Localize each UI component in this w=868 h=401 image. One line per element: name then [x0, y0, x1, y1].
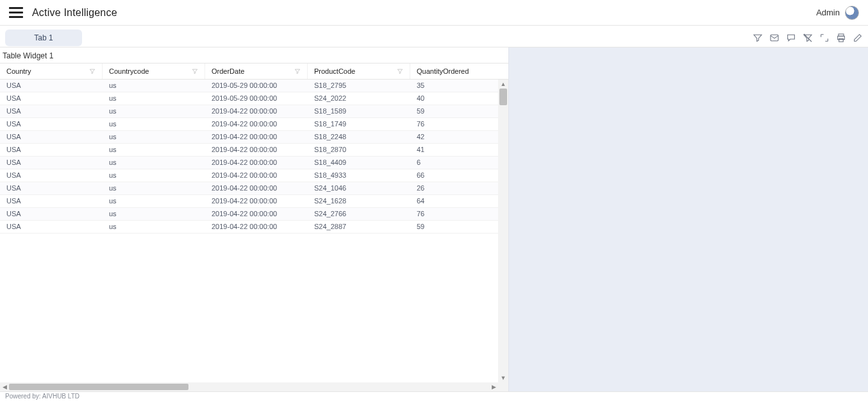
- clear-filter-icon[interactable]: [803, 33, 813, 43]
- table-row[interactable]: USAus2019-05-29 00:00:00S24_202240: [0, 92, 498, 105]
- column-label: QuantityOrdered: [417, 67, 469, 75]
- cell-qty: 40: [410, 92, 487, 105]
- cell-date: 2019-04-22 00:00:00: [205, 131, 308, 143]
- cell-product: S24_2766: [308, 208, 410, 220]
- cell-qty: 66: [410, 169, 487, 182]
- table-row[interactable]: USAus2019-04-22 00:00:00S18_158959: [0, 105, 498, 118]
- column-filter-icon[interactable]: [397, 68, 403, 74]
- scroll-thumb-vertical[interactable]: [499, 89, 507, 105]
- table-row[interactable]: USAus2019-04-22 00:00:00S18_174976: [0, 118, 498, 131]
- cell-date: 2019-04-22 00:00:00: [205, 118, 308, 130]
- column-header-country[interactable]: Country: [0, 64, 103, 79]
- chat-icon[interactable]: [786, 33, 796, 43]
- data-grid: Country Countrycode OrderDate ProductCod…: [0, 63, 508, 391]
- filter-icon[interactable]: [753, 33, 763, 43]
- cell-product: S18_4933: [308, 169, 410, 182]
- cell-date: 2019-04-22 00:00:00: [205, 157, 308, 169]
- cell-country: USA: [0, 195, 103, 207]
- scroll-thumb-horizontal[interactable]: [9, 384, 188, 390]
- mail-icon[interactable]: [769, 33, 780, 43]
- cell-qty: 76: [410, 208, 487, 220]
- cell-country: USA: [0, 157, 103, 169]
- grid-header-row: Country Countrycode OrderDate ProductCod…: [0, 63, 508, 80]
- column-header-countrycode[interactable]: Countrycode: [103, 64, 205, 79]
- cell-product: S18_1749: [308, 118, 410, 130]
- cell-code: us: [103, 80, 205, 92]
- edit-icon[interactable]: [853, 33, 863, 43]
- cell-qty: 26: [410, 182, 487, 194]
- horizontal-scrollbar[interactable]: ◀ ▶: [0, 382, 498, 391]
- cell-product: S24_2887: [308, 221, 410, 233]
- cell-code: us: [103, 182, 205, 194]
- current-user-label[interactable]: Admin: [816, 8, 840, 17]
- grid-body: USAus2019-05-29 00:00:00S18_279535USAus2…: [0, 80, 508, 382]
- vertical-scrollbar[interactable]: ▲ ▼: [498, 80, 508, 382]
- left-panel: Table Widget 1 Country Countrycode Order…: [0, 47, 509, 391]
- cell-country: USA: [0, 105, 103, 117]
- app-header: Active Intelligence Admin: [0, 0, 868, 26]
- right-panel: [509, 47, 868, 391]
- cell-date: 2019-04-22 00:00:00: [205, 105, 308, 117]
- column-header-quantityordered[interactable]: QuantityOrdered: [410, 64, 487, 79]
- cell-product: S18_2248: [308, 131, 410, 143]
- cell-product: S18_1589: [308, 105, 410, 117]
- cell-qty: 35: [410, 80, 487, 92]
- column-header-orderdate[interactable]: OrderDate: [205, 64, 308, 79]
- scroll-right-icon[interactable]: ▶: [489, 382, 498, 391]
- cell-date: 2019-05-29 00:00:00: [205, 92, 308, 105]
- column-label: Country: [6, 67, 31, 75]
- cell-product: S18_4409: [308, 157, 410, 169]
- workspace: Tab 1 Table Widget 1 Country Coun: [0, 26, 868, 391]
- column-label: Countrycode: [109, 67, 149, 75]
- dashboard-toolbar: [753, 33, 863, 43]
- cell-date: 2019-05-29 00:00:00: [205, 80, 308, 92]
- table-row[interactable]: USAus2019-04-22 00:00:00S18_44096: [0, 157, 498, 169]
- table-row[interactable]: USAus2019-04-22 00:00:00S18_493366: [0, 169, 498, 182]
- table-row[interactable]: USAus2019-04-22 00:00:00S24_288759: [0, 221, 498, 234]
- hamburger-menu-icon[interactable]: [9, 6, 23, 20]
- widget-title: Table Widget 1: [0, 47, 508, 63]
- cell-country: USA: [0, 118, 103, 130]
- cell-code: us: [103, 92, 205, 105]
- cell-date: 2019-04-22 00:00:00: [205, 182, 308, 194]
- column-header-productcode[interactable]: ProductCode: [308, 64, 410, 79]
- column-filter-icon[interactable]: [294, 68, 301, 74]
- scroll-up-icon[interactable]: ▲: [498, 80, 508, 89]
- table-row[interactable]: USAus2019-04-22 00:00:00S24_104626: [0, 182, 498, 195]
- cell-product: S24_2022: [308, 92, 410, 105]
- cell-product: S24_1046: [308, 182, 410, 194]
- table-row[interactable]: USAus2019-04-22 00:00:00S18_287041: [0, 144, 498, 157]
- avatar[interactable]: [845, 6, 859, 20]
- cell-code: us: [103, 118, 205, 130]
- expand-icon[interactable]: [819, 33, 830, 43]
- cell-date: 2019-04-22 00:00:00: [205, 169, 308, 182]
- cell-country: USA: [0, 221, 103, 233]
- scrollbar-corner: [498, 382, 508, 391]
- cell-date: 2019-04-22 00:00:00: [205, 208, 308, 220]
- cell-code: us: [103, 221, 205, 233]
- cell-country: USA: [0, 92, 103, 105]
- table-row[interactable]: USAus2019-04-22 00:00:00S24_162864: [0, 195, 498, 208]
- cell-country: USA: [0, 169, 103, 182]
- cell-qty: 59: [410, 221, 487, 233]
- table-row[interactable]: USAus2019-04-22 00:00:00S24_276676: [0, 208, 498, 221]
- footer-credits: Powered by: AIVHUB LTD: [0, 391, 868, 401]
- scroll-down-icon[interactable]: ▼: [498, 373, 508, 382]
- cell-qty: 42: [410, 131, 487, 143]
- app-title: Active Intelligence: [32, 7, 117, 19]
- cell-country: USA: [0, 80, 103, 92]
- print-icon[interactable]: [836, 33, 846, 43]
- cell-country: USA: [0, 131, 103, 143]
- column-label: OrderDate: [212, 67, 244, 75]
- column-filter-icon[interactable]: [192, 68, 198, 74]
- cell-code: us: [103, 144, 205, 156]
- table-row[interactable]: USAus2019-04-22 00:00:00S18_224842: [0, 131, 498, 144]
- cell-code: us: [103, 131, 205, 143]
- scroll-left-icon[interactable]: ◀: [0, 382, 9, 391]
- cell-code: us: [103, 195, 205, 207]
- table-row[interactable]: USAus2019-05-29 00:00:00S18_279535: [0, 80, 498, 92]
- cell-product: S18_2870: [308, 144, 410, 156]
- tab-1[interactable]: Tab 1: [5, 30, 82, 46]
- cell-product: S18_2795: [308, 80, 410, 92]
- column-filter-icon[interactable]: [89, 68, 96, 74]
